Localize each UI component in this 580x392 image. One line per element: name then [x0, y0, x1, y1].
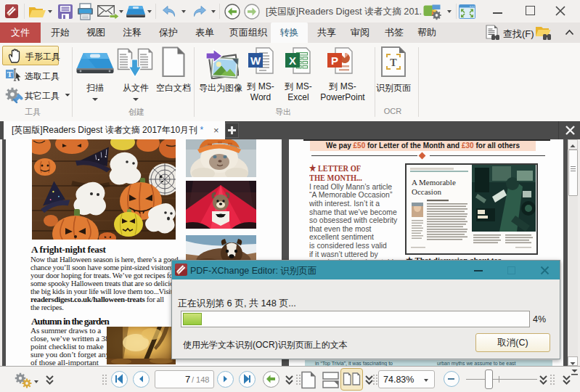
svg-text:A Memorable: A Memorable — [412, 178, 456, 187]
svg-text:X: X — [289, 54, 296, 67]
svg-text:Occasion: Occasion — [412, 187, 441, 196]
svg-text:T: T — [7, 70, 13, 78]
svg-text:P: P — [331, 54, 338, 67]
svg-text:T: T — [390, 57, 397, 68]
svg-text:W: W — [250, 54, 261, 67]
